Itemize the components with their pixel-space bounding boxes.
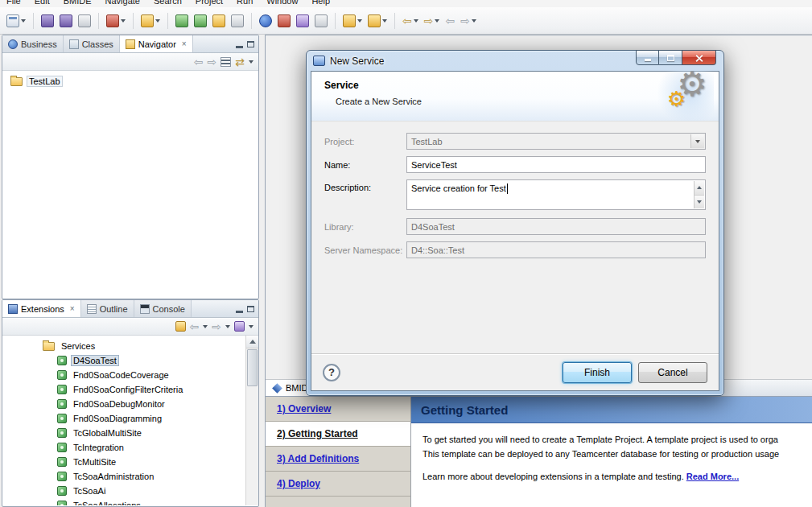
scrollbar-thumb[interactable] — [247, 349, 258, 386]
new-datatype-button[interactable] — [192, 13, 208, 29]
service-icon — [57, 414, 67, 423]
menu-bmide[interactable]: BMIDE — [64, 0, 92, 7]
print-button[interactable] — [76, 13, 93, 29]
description-field[interactable]: Service creation for Test — [406, 179, 706, 210]
menu-edit[interactable]: Edit — [35, 0, 50, 7]
dropdown-caret-icon[interactable] — [203, 325, 208, 328]
extension-item[interactable]: TcSoaAdministration — [2, 469, 258, 484]
save-button[interactable] — [39, 13, 56, 29]
step-deploy[interactable]: 4) Deploy — [266, 472, 410, 497]
maximize-view-icon[interactable] — [247, 306, 254, 312]
previous-annotation-button[interactable]: ⇦ — [443, 13, 456, 29]
name-field[interactable] — [406, 156, 706, 173]
back-arrow-icon[interactable]: ⇦ — [190, 320, 200, 333]
menu-run[interactable]: Run — [237, 0, 253, 7]
extensions-icon — [8, 304, 18, 314]
vertical-scrollbar[interactable] — [245, 336, 258, 505]
close-tab-icon[interactable]: × — [182, 40, 187, 48]
finish-button[interactable]: Finish — [563, 362, 632, 383]
step-link[interactable]: 1) Overview — [277, 403, 331, 414]
extension-item[interactable]: D4SoaTest — [2, 353, 258, 368]
new-datatype-icon — [194, 14, 207, 27]
menu-file[interactable]: File — [6, 0, 21, 7]
minimize-view-icon[interactable] — [236, 311, 243, 313]
help-button[interactable]: ? — [323, 364, 340, 381]
extension-item[interactable]: Fnd0SoaConfigFilterCriteria — [2, 382, 258, 397]
forward-arrow-icon[interactable]: ⇨ — [208, 56, 217, 68]
menu-window[interactable]: Window — [266, 0, 298, 7]
tab-label: Classes — [82, 39, 113, 49]
step-link[interactable]: 3) Add Definitions — [277, 453, 359, 464]
save-all-button[interactable] — [58, 13, 74, 29]
service-icon — [57, 385, 67, 394]
columns-icon[interactable] — [234, 321, 245, 332]
gear-icon: ⚙ — [667, 87, 686, 112]
step-add-definitions[interactable]: 3) Add Definitions — [266, 447, 410, 472]
collapse-all-icon[interactable] — [221, 57, 231, 67]
new-extension-button[interactable] — [174, 13, 190, 29]
extension-item[interactable]: TcGlobalMultiSite — [2, 426, 258, 440]
new-wizard-button[interactable] — [5, 13, 27, 29]
extension-item[interactable]: TcSoaAllocations — [2, 498, 258, 505]
menu-bar: File Edit BMIDE Navigate Search Project … — [0, 0, 812, 7]
tab-classes[interactable]: Classes — [64, 35, 120, 52]
close-tab-icon[interactable]: × — [70, 305, 75, 313]
tab-navigator[interactable]: Navigator× — [120, 35, 193, 52]
extension-item[interactable]: Fnd0SoaDebugMonitor — [2, 397, 258, 411]
lock-dropdown-button[interactable] — [366, 13, 389, 29]
dialog-titlebar[interactable]: New Service — [311, 51, 719, 71]
extension-item[interactable]: Fnd0SoaCodeCoverage — [2, 368, 258, 382]
filter-wand-icon[interactable] — [175, 321, 186, 332]
menu-search[interactable]: Search — [154, 0, 182, 7]
key-dropdown-button[interactable] — [341, 13, 364, 29]
refresh-button[interactable] — [229, 13, 245, 29]
view-menu-icon[interactable] — [249, 325, 253, 328]
extension-item[interactable]: TcMultiSite — [2, 455, 258, 469]
maximize-view-icon[interactable] — [247, 41, 254, 47]
tree-item-services[interactable]: Services — [2, 339, 258, 353]
columns-button[interactable] — [295, 13, 311, 29]
tab-extensions[interactable]: Extensions× — [2, 300, 81, 317]
extension-item[interactable]: TcIntegration — [2, 440, 258, 455]
run-config-icon — [106, 14, 119, 27]
step-link[interactable]: 4) Deploy — [277, 478, 320, 489]
step-link[interactable]: 2) Getting Started — [277, 428, 358, 439]
add-table-button[interactable] — [211, 13, 227, 29]
scroll-up-button[interactable] — [246, 336, 258, 348]
business-icon — [8, 39, 18, 49]
step-overview[interactable]: 1) Overview — [266, 397, 410, 422]
back-arrow-icon[interactable]: ⇦ — [194, 56, 204, 68]
maximize-button[interactable] — [659, 50, 682, 65]
forward-button[interactable]: ⇨ — [422, 13, 442, 29]
run-config-button[interactable] — [105, 13, 127, 29]
step-getting-started[interactable]: 2) Getting Started — [266, 422, 410, 447]
wand-button[interactable] — [139, 13, 162, 29]
menu-project[interactable]: Project — [196, 0, 223, 7]
extension-item[interactable]: TcSoaAi — [2, 484, 258, 498]
info-button[interactable] — [258, 13, 274, 29]
minimize-button[interactable] — [636, 50, 659, 65]
link-with-editor-icon[interactable]: ⇄ — [235, 56, 245, 68]
dropdown-caret-icon[interactable] — [225, 325, 230, 328]
extension-item[interactable]: Fnd0SoaDiagramming — [2, 411, 258, 426]
tree-item-testlab[interactable]: TestLab — [2, 74, 258, 89]
read-more-link[interactable]: Read More... — [686, 472, 739, 481]
menu-help[interactable]: Help — [311, 0, 330, 7]
back-button[interactable]: ⇦ — [401, 13, 420, 29]
cancel-button[interactable]: Cancel — [638, 362, 707, 383]
tab-business[interactable]: Business — [2, 35, 64, 52]
minimize-view-icon[interactable] — [236, 46, 243, 48]
view-menu-icon[interactable] — [249, 60, 253, 64]
tab-console[interactable]: Console — [134, 300, 192, 317]
tab-outline[interactable]: Outline — [81, 300, 134, 317]
build-button[interactable] — [276, 13, 292, 29]
next-annotation-button[interactable]: ⇨ — [459, 13, 478, 29]
forward-arrow-icon[interactable]: ⇨ — [212, 320, 221, 333]
menu-navigate[interactable]: Navigate — [105, 0, 140, 7]
spin-up-button[interactable] — [695, 181, 704, 196]
close-button[interactable] — [682, 50, 716, 65]
service-icon — [57, 501, 67, 505]
grid-button[interactable] — [313, 13, 329, 29]
spin-down-button[interactable] — [695, 196, 704, 209]
arrow-up-icon — [249, 340, 256, 344]
